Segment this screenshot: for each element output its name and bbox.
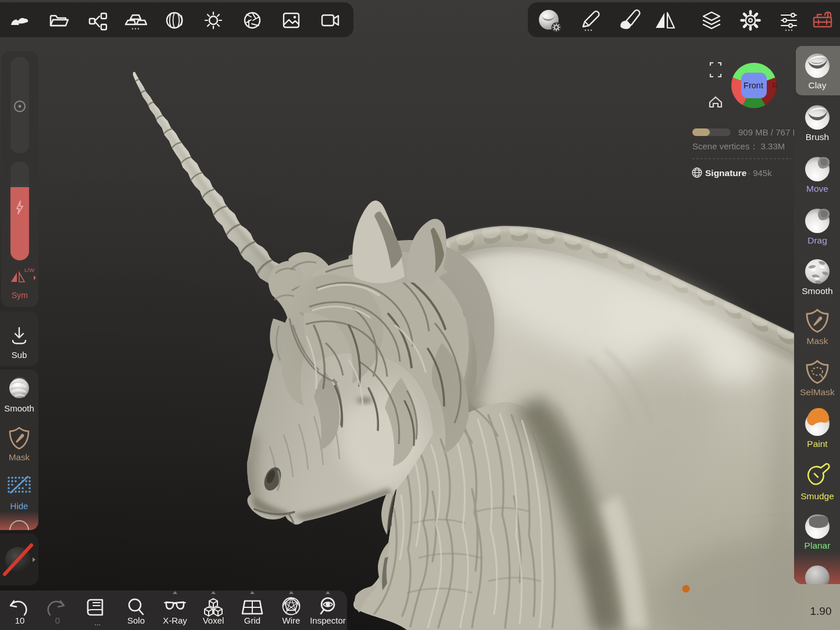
svg-text:Paint: Paint bbox=[807, 439, 828, 449]
svg-text:Solo: Solo bbox=[127, 615, 145, 625]
svg-text:L/W: L/W bbox=[24, 267, 34, 273]
svg-text:SelMask: SelMask bbox=[800, 387, 835, 397]
svg-text:Move: Move bbox=[806, 184, 828, 194]
svg-text:Mask: Mask bbox=[9, 452, 30, 462]
svg-text:...: ... bbox=[95, 618, 101, 627]
svg-text:Clay: Clay bbox=[808, 80, 826, 90]
svg-text:Wire: Wire bbox=[283, 615, 301, 625]
svg-text:Hide: Hide bbox=[10, 501, 28, 511]
svg-text:Mask: Mask bbox=[806, 336, 828, 346]
svg-text:Smooth: Smooth bbox=[4, 403, 34, 413]
svg-text:Drag: Drag bbox=[807, 235, 827, 245]
svg-text:Sym: Sym bbox=[12, 291, 28, 300]
svg-text:0: 0 bbox=[55, 615, 60, 625]
svg-text:X-Ray: X-Ray bbox=[163, 615, 187, 625]
svg-text:Grid: Grid bbox=[244, 615, 260, 625]
svg-text:Brush: Brush bbox=[806, 132, 830, 142]
svg-text:Planar: Planar bbox=[805, 540, 831, 550]
svg-text:Smooth: Smooth bbox=[802, 286, 832, 296]
svg-text:Inspector: Inspector bbox=[310, 615, 346, 625]
svg-text:Voxel: Voxel bbox=[203, 615, 224, 625]
svg-text:Sub: Sub bbox=[12, 350, 27, 360]
svg-text:10: 10 bbox=[15, 615, 25, 625]
svg-text:Smudge: Smudge bbox=[800, 491, 834, 501]
